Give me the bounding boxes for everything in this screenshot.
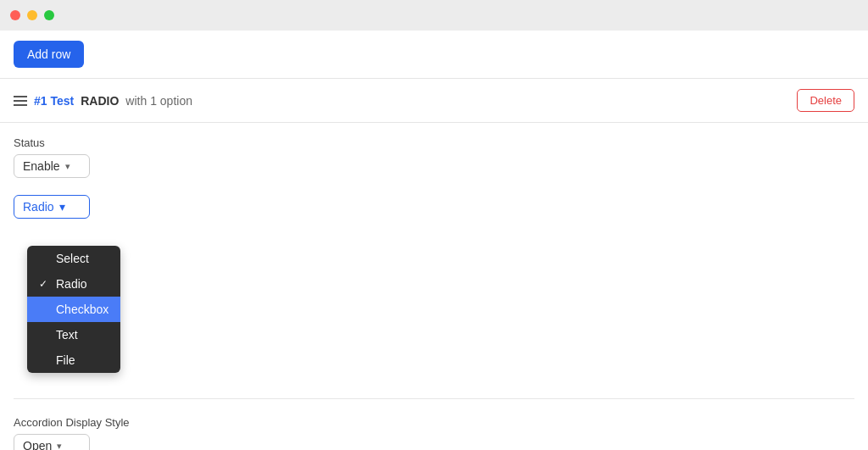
row-id: #1 Test [34,94,74,108]
hamburger-icon[interactable] [14,96,27,106]
toolbar: Add row [0,31,868,79]
accordion-field-group: Accordion Display Style Open ▾ [14,416,854,450]
accordion-chevron-icon: ▾ [57,441,62,451]
type-field-row: Radio ▾ [14,195,854,219]
type-dropdown-button[interactable]: Radio ▾ [14,195,90,219]
status-field-group: Status Enable ▾ [14,136,854,178]
delete-button[interactable]: Delete [797,89,854,112]
accordion-label: Accordion Display Style [14,416,854,429]
status-dropdown[interactable]: Enable ▾ [14,154,90,178]
traffic-light-green[interactable] [44,10,54,20]
dropdown-item-select[interactable]: Select [27,246,120,271]
dropdown-item-file[interactable]: File [27,347,120,373]
row-header: #1 Test RADIO with 1 option Delete [0,79,868,123]
add-row-button[interactable]: Add row [14,41,84,68]
type-field-area: Radio ▾ Select ✓ Radio Checkbox [14,195,854,219]
status-label: Status [14,136,854,149]
form-divider [14,398,854,399]
dropdown-item-text-label: Text [56,328,78,342]
traffic-light-red[interactable] [10,10,20,20]
accordion-value: Open [23,439,52,450]
status-value: Enable [23,159,60,173]
check-icon-radio: ✓ [39,278,51,290]
row-type: RADIO [81,94,119,108]
type-chevron-icon: ▾ [59,200,65,214]
type-dropdown-menu: Select ✓ Radio Checkbox Text File [27,246,120,373]
status-chevron-icon: ▾ [65,161,70,172]
row-meta: with 1 option [125,94,192,108]
dropdown-item-radio-label: Radio [56,277,87,291]
dropdown-item-radio[interactable]: ✓ Radio [27,271,120,297]
dropdown-spacer [14,225,854,395]
dropdown-item-file-label: File [56,353,75,367]
titlebar [0,0,868,31]
main-content: Add row #1 Test RADIO with 1 option Dele… [0,31,868,450]
dropdown-item-text[interactable]: Text [27,322,120,347]
dropdown-item-checkbox-label: Checkbox [56,303,108,316]
form-area: Status Enable ▾ Radio ▾ Select [0,123,868,450]
accordion-dropdown[interactable]: Open ▾ [14,434,90,450]
dropdown-item-checkbox[interactable]: Checkbox [27,297,120,322]
type-current-value: Radio [23,200,54,214]
traffic-light-yellow[interactable] [27,10,37,20]
dropdown-item-select-label: Select [56,252,89,265]
